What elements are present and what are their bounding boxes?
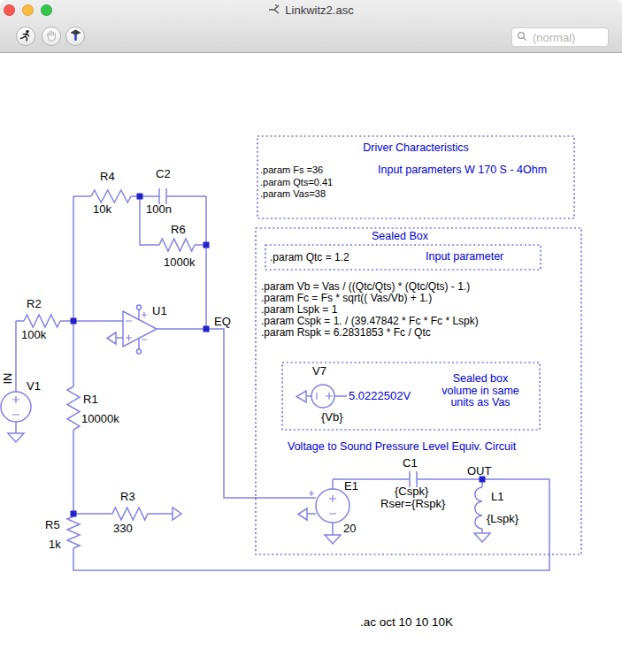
window-title-group: Linkwitz2.asc [268, 3, 353, 18]
label-l1-value[interactable]: {Lspk} [487, 513, 518, 525]
label-e1-name[interactable]: E1 [344, 480, 358, 493]
search-input[interactable] [531, 30, 603, 45]
label-v7-name[interactable]: V7 [312, 365, 326, 378]
resistor-r1[interactable] [67, 386, 80, 430]
zoom-button[interactable] [41, 4, 52, 16]
label-r3-name[interactable]: R3 [120, 491, 135, 503]
opamp-u1[interactable] [107, 305, 157, 354]
resistor-r5[interactable] [67, 516, 80, 548]
window-header: Linkwitz2.asc [0, 0, 622, 53]
label-r4-name[interactable]: R4 [100, 171, 115, 183]
resistor-r2[interactable] [24, 315, 60, 327]
ground-left-v7 [296, 391, 306, 402]
ground-e1 [325, 535, 341, 544]
ground-right-r3 [173, 508, 181, 520]
window-title: Linkwitz2.asc [285, 4, 353, 17]
qtc-param[interactable]: .param Qtc = 1.2 [270, 252, 349, 263]
tools-button[interactable] [65, 27, 85, 46]
ltspice-window: Linkwitz2.asc [0, 0, 622, 672]
vsource-v1[interactable] [1, 392, 31, 442]
label-r5-name[interactable]: R5 [45, 519, 60, 531]
ground-left-e1 [298, 508, 307, 520]
sealed-box-title[interactable]: Sealed Box [372, 231, 428, 243]
param-line: .param Vas=38 [260, 188, 333, 201]
title-bar: Linkwitz2.asc [0, 0, 622, 19]
close-button[interactable] [4, 4, 15, 16]
label-r1-name[interactable]: R1 [83, 393, 98, 406]
label-e1-value[interactable]: 20 [343, 523, 356, 535]
label-v1-name[interactable]: V1 [27, 380, 41, 393]
ground-l1 [474, 533, 490, 542]
traffic-lights [4, 0, 52, 19]
hand-icon [45, 29, 58, 44]
label-c1-value[interactable]: {Cspk} [395, 485, 428, 498]
label-c1-rser[interactable]: Rser={Rspk} [380, 498, 445, 510]
run-button[interactable] [16, 27, 35, 46]
label-r2-value[interactable]: 100k [21, 329, 46, 341]
ground-left-u1 [107, 332, 116, 344]
v7-note-line: Sealed box [442, 373, 519, 386]
param-line: .param Rspk = 6.2831853 * Fc / Qtc [261, 327, 479, 339]
label-r2-name[interactable]: R2 [27, 298, 42, 310]
label-r1-value[interactable]: 10000k [81, 413, 119, 425]
driver-box-title[interactable]: Driver Characteristics [363, 142, 468, 155]
spice-directive[interactable]: .ac oct 10 10 10K [360, 616, 453, 629]
minimize-button[interactable] [22, 4, 34, 16]
app-icon [268, 3, 280, 18]
resistor-r4[interactable] [91, 190, 131, 202]
vsource-v7[interactable] [296, 385, 334, 408]
label-r6-value[interactable]: 1000k [164, 256, 195, 269]
hammer-icon [69, 28, 82, 44]
param-line: .param Fs =36 [260, 164, 333, 177]
sealed-params[interactable]: .param Vb = Vas / ((Qtc/Qts) * (Qtc/Qts)… [261, 281, 479, 339]
driver-box-note[interactable]: Input parameters W 170 S - 4Ohm [378, 164, 547, 177]
driver-params[interactable]: .param Fs =36 .param Qts=0.41 .param Vas… [260, 164, 333, 201]
v7-reading[interactable]: 5.0222502V [349, 390, 411, 402]
node-label-in[interactable]: IN [2, 362, 14, 395]
schematic-svg [0, 53, 622, 672]
label-r3-value[interactable]: 330 [113, 523, 133, 535]
label-u1-name[interactable]: U1 [152, 305, 167, 317]
schematic-canvas[interactable]: R4 10k C2 100n R6 1000k R2 100k U1 V1 R1… [0, 53, 622, 672]
label-v7-value[interactable]: {Vb} [321, 411, 343, 424]
label-r5-value[interactable]: 1k [49, 538, 61, 551]
param-line: .param Qts=0.41 [260, 177, 333, 189]
label-c2-value[interactable]: 100n [146, 203, 172, 216]
label-c2-name[interactable]: C2 [156, 168, 171, 180]
ground-v1 [8, 433, 24, 442]
v7-note[interactable]: Sealed box volume in same units as Vas [442, 373, 519, 409]
qtc-note[interactable]: Input parameter [426, 251, 503, 263]
label-r6-name[interactable]: R6 [171, 224, 186, 236]
search-field[interactable] [511, 27, 609, 47]
spl-title[interactable]: Voltage to Sound Pressure Level Equiv. C… [288, 441, 516, 454]
v7-note-line: units as Vas [442, 397, 519, 409]
label-l1-name[interactable]: L1 [491, 491, 503, 503]
label-c1-name[interactable]: C1 [403, 457, 418, 470]
search-icon [517, 29, 527, 45]
running-man-icon [19, 29, 32, 44]
node-label-eq[interactable]: EQ [214, 316, 231, 328]
v7-note-line: volume in same [442, 386, 519, 398]
resistor-r6[interactable] [159, 239, 195, 251]
label-r4-value[interactable]: 10k [93, 203, 111, 216]
pan-button[interactable] [42, 27, 61, 46]
node-label-out[interactable]: OUT [467, 465, 491, 477]
